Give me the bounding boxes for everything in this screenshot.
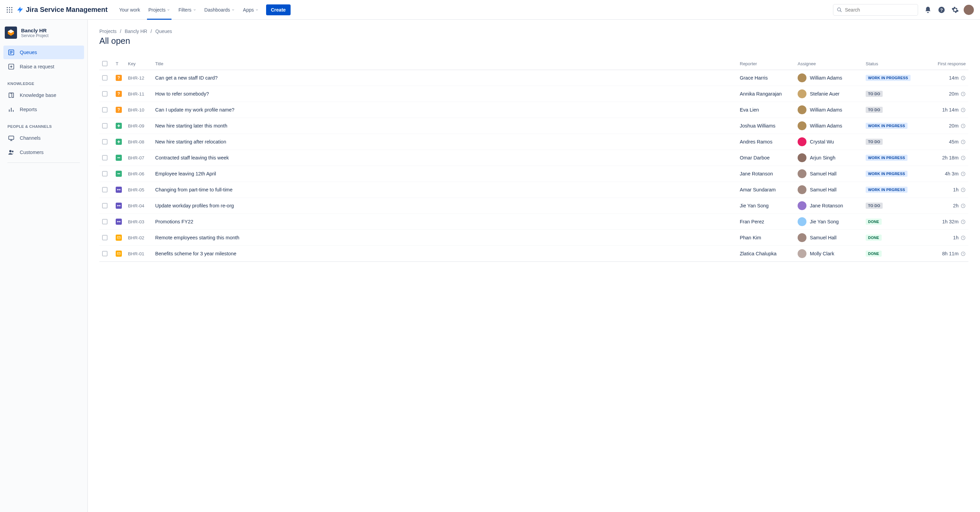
issue-title[interactable]: New hire starting after relocation [153, 134, 737, 150]
sidebar-item-channels[interactable]: Channels [3, 131, 84, 145]
search-input[interactable] [845, 7, 914, 13]
issue-key[interactable]: BHR-06 [128, 171, 144, 176]
sidebar-item-customers[interactable]: Customers [3, 146, 84, 159]
app-switcher-icon[interactable] [5, 6, 14, 14]
issue-title[interactable]: Remote employees starting this month [153, 230, 737, 246]
issue-title[interactable]: New hire starting later this month [153, 118, 737, 134]
issue-title[interactable]: Update workday profiles from re-org [153, 198, 737, 214]
row-checkbox[interactable] [102, 155, 108, 160]
nav-item-dashboards[interactable]: Dashboards [201, 0, 239, 19]
status-badge[interactable]: WORK IN PRGRESS [865, 171, 907, 177]
nav-item-filters[interactable]: Filters [175, 0, 199, 19]
issue-title[interactable]: Contracted staff leaving this week [153, 150, 737, 166]
help-icon[interactable]: ? [936, 4, 947, 16]
issue-key[interactable]: BHR-04 [128, 203, 144, 208]
issue-title[interactable]: How to refer somebody? [153, 86, 737, 102]
issue-title[interactable]: Can get a new staff ID card? [153, 70, 737, 86]
column-header[interactable]: T [113, 57, 125, 70]
nav-item-projects[interactable]: Projects [145, 0, 174, 19]
issue-title[interactable]: Promotions FY22 [153, 214, 737, 230]
search-box[interactable] [833, 4, 918, 16]
status-badge[interactable]: DONE [865, 250, 882, 257]
table-row[interactable]: ?BHR-12Can get a new staff ID card?Grace… [99, 70, 969, 86]
column-header[interactable]: Reporter [737, 57, 795, 70]
issue-title[interactable]: Benefits scheme for 3 year milestone [153, 246, 737, 262]
assignee-avatar [798, 105, 807, 114]
status-badge[interactable]: TO DO [865, 91, 883, 97]
settings-icon[interactable] [950, 4, 961, 16]
status-badge[interactable]: TO DO [865, 139, 883, 145]
notifications-icon[interactable] [922, 4, 934, 16]
product-logo[interactable]: Jira Service Management [16, 6, 108, 14]
user-avatar[interactable] [963, 4, 975, 16]
issue-key[interactable]: BHR-10 [128, 108, 144, 113]
project-header[interactable]: Bancly HR Service Project [3, 27, 84, 46]
table-row[interactable]: BHR-01Benefits scheme for 3 year milesto… [99, 246, 969, 262]
nav-item-apps[interactable]: Apps [240, 0, 262, 19]
row-checkbox[interactable] [102, 187, 108, 192]
issue-title[interactable]: Can I update my work profile name? [153, 102, 737, 118]
create-button[interactable]: Create [266, 5, 291, 15]
table-row[interactable]: BHR-03Promotions FY22Fran PerezJie Yan S… [99, 214, 969, 230]
row-checkbox[interactable] [102, 107, 108, 113]
row-checkbox[interactable] [102, 219, 108, 224]
issue-key[interactable]: BHR-02 [128, 235, 144, 240]
sidebar-item-queues[interactable]: Queues [3, 46, 84, 59]
row-checkbox[interactable] [102, 75, 108, 81]
issue-key[interactable]: BHR-05 [128, 187, 144, 192]
column-header[interactable] [99, 57, 113, 70]
breadcrumb-link[interactable]: Projects [99, 29, 117, 34]
issue-type-question-icon: ? [116, 91, 122, 97]
project-icon [5, 27, 17, 39]
status-badge[interactable]: WORK IN PRGRESS [865, 123, 907, 129]
status-badge[interactable]: DONE [865, 235, 882, 241]
table-row[interactable]: BHR-04Update workday profiles from re-or… [99, 198, 969, 214]
status-badge[interactable]: TO DO [865, 203, 883, 209]
issue-key[interactable]: BHR-12 [128, 76, 144, 81]
table-row[interactable]: ?BHR-10Can I update my work profile name… [99, 102, 969, 118]
table-row[interactable]: BHR-02Remote employees starting this mon… [99, 230, 969, 246]
issue-key[interactable]: BHR-09 [128, 124, 144, 128]
breadcrumb-link[interactable]: Queues [156, 29, 172, 34]
sidebar-item-raise-a-request[interactable]: Raise a request [3, 60, 84, 73]
status-badge[interactable]: WORK IN PRGRESS [865, 187, 907, 193]
sidebar-item-reports[interactable]: Reports [3, 103, 84, 116]
svg-point-5 [11, 9, 12, 10]
select-all-checkbox[interactable] [102, 61, 108, 66]
breadcrumb-link[interactable]: Bancly HR [124, 29, 147, 34]
issue-title[interactable]: Changing from part-time to full-time [153, 182, 737, 198]
table-row[interactable]: BHR-07Contracted staff leaving this week… [99, 150, 969, 166]
column-header[interactable]: Key [125, 57, 153, 70]
issue-key[interactable]: BHR-08 [128, 139, 144, 144]
assignee-name: Arjun Singh [810, 155, 835, 160]
table-row[interactable]: BHR-09New hire starting later this month… [99, 118, 969, 134]
issue-key[interactable]: BHR-11 [128, 92, 144, 97]
column-header[interactable]: Assignee [795, 57, 863, 70]
table-row[interactable]: BHR-05Changing from part-time to full-ti… [99, 182, 969, 198]
row-checkbox[interactable] [102, 123, 108, 128]
sidebar-item-knowledge-base[interactable]: Knowledge base [3, 89, 84, 102]
status-badge[interactable]: WORK IN PRGRESS [865, 155, 907, 161]
issue-key[interactable]: BHR-07 [128, 155, 144, 160]
row-checkbox[interactable] [102, 91, 108, 97]
nav-item-your-work[interactable]: Your work [116, 0, 143, 19]
issue-key[interactable]: BHR-03 [128, 219, 144, 224]
row-checkbox[interactable] [102, 203, 108, 208]
column-header[interactable]: First response [924, 57, 969, 70]
row-checkbox[interactable] [102, 235, 108, 240]
row-checkbox[interactable] [102, 251, 108, 256]
column-header[interactable]: Title [153, 57, 737, 70]
status-badge[interactable]: DONE [865, 219, 882, 225]
row-checkbox[interactable] [102, 171, 108, 176]
table-row[interactable]: ?BHR-11How to refer somebody?Annika Rang… [99, 86, 969, 102]
assignee-name: Samuel Hall [810, 171, 837, 176]
channels-icon [8, 134, 15, 142]
table-row[interactable]: BHR-08New hire starting after relocation… [99, 134, 969, 150]
issue-title[interactable]: Employee leaving 12th April [153, 166, 737, 182]
issue-key[interactable]: BHR-01 [128, 251, 144, 256]
row-checkbox[interactable] [102, 139, 108, 144]
status-badge[interactable]: TO DO [865, 107, 883, 113]
column-header[interactable]: Status [863, 57, 924, 70]
table-row[interactable]: BHR-06Employee leaving 12th AprilJane Ro… [99, 166, 969, 182]
status-badge[interactable]: WORK IN PROGRESS [865, 75, 911, 81]
